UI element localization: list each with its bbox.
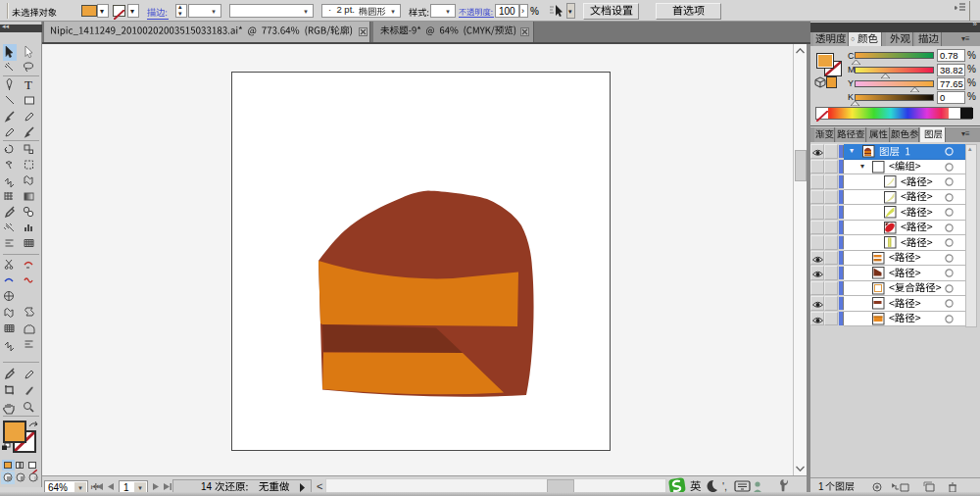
svg-text:',: ', [722,480,727,492]
svg-text:T: T [24,77,32,92]
